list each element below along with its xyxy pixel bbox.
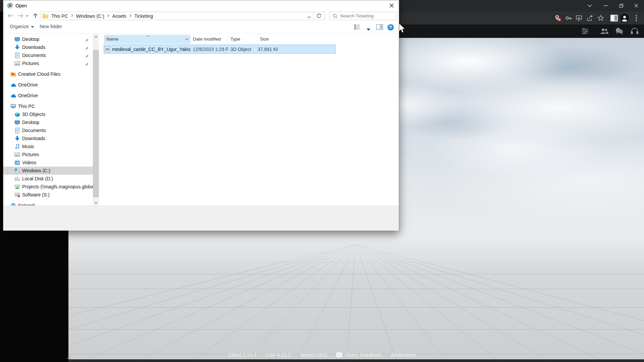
address-bar[interactable]: This PCWindows (C:)AssetsTicketing: [40, 12, 313, 20]
sidebar-item-creative-cloud-files[interactable]: Creative Cloud Files: [3, 70, 93, 78]
pictures-icon: [14, 152, 20, 158]
headset-icon[interactable]: [630, 27, 639, 35]
sidebar-item-downloads[interactable]: Downloads: [3, 134, 93, 142]
breadcrumb-item[interactable]: This PC: [49, 13, 70, 19]
name-filter-chevron[interactable]: [185, 38, 189, 40]
sidebar-item-desktop[interactable]: Desktop: [3, 35, 93, 43]
side-panel-icon[interactable]: [610, 14, 619, 22]
scroll-up-icon[interactable]: [93, 34, 99, 40]
sidebar-item-label: Documents: [22, 126, 46, 134]
breadcrumb-separator-icon: [107, 14, 110, 18]
onedrive-icon: [10, 82, 16, 88]
dialog-close-button[interactable]: [384, 0, 399, 10]
mouse-cursor: [399, 23, 406, 34]
location-blocked-icon[interactable]: [553, 14, 562, 22]
share-icon[interactable]: [586, 14, 594, 22]
sidebar-scrollbar[interactable]: [93, 34, 99, 205]
window-close-button[interactable]: [629, 0, 644, 11]
column-header-name[interactable]: Name: [104, 35, 191, 44]
help-button[interactable]: ?: [387, 24, 394, 31]
status-item-share-feedback[interactable]: Share Feedback: [336, 352, 382, 358]
sidebar-item-documents[interactable]: Documents: [3, 51, 93, 59]
status-label: Share Feedback: [345, 352, 382, 358]
objects-3d-icon: [14, 112, 20, 117]
sidebar-item-label: Network: [18, 201, 35, 205]
breadcrumb: This PCWindows (C:)AssetsTicketing: [49, 13, 155, 19]
up-button[interactable]: [31, 12, 40, 20]
sidebar-item-label: Projects (\\magfs.magnopus.global) (P:: [22, 183, 93, 191]
refresh-button[interactable]: [313, 12, 325, 20]
sidebar-item-onedrive[interactable]: OneDrive: [3, 81, 93, 89]
file-size: 37,891 KB: [258, 47, 278, 52]
sidebar-item-documents[interactable]: Documents: [3, 126, 93, 134]
scrollbar-thumb[interactable]: [93, 50, 99, 197]
window-chevron-down-icon[interactable]: [582, 0, 597, 11]
key-icon[interactable]: [564, 14, 573, 22]
breadcrumb-item[interactable]: Windows (C:): [74, 13, 107, 19]
view-list-icon[interactable]: [354, 24, 360, 32]
3d-object-file-icon: [105, 46, 110, 52]
file-date: 12/6/2023 1:29 PM: [191, 47, 228, 52]
column-header-date[interactable]: Date modified: [191, 35, 228, 44]
sidebar-item-projects-magfs-magnopus-global-p[interactable]: Projects (\\magfs.magnopus.global) (P:: [3, 183, 93, 191]
back-button[interactable]: [6, 12, 15, 20]
chat-icon[interactable]: [615, 27, 625, 35]
open-file-dialog: Open This PCWindows (C:)AssetsTic: [3, 0, 399, 231]
status-item-csp-4-15-2: CSP 4.15.2: [265, 352, 291, 358]
sidebar-item-pictures[interactable]: Pictures: [3, 150, 93, 159]
window-minimize-button[interactable]: [598, 0, 613, 11]
search-icon: [333, 14, 337, 18]
sidebar-item-downloads[interactable]: Downloads: [3, 43, 93, 51]
status-label: CSP 4.15.2: [265, 352, 291, 358]
sidebar-item-windows-c[interactable]: Windows (C:): [3, 167, 93, 175]
sidebar-item-pictures[interactable]: Pictures: [3, 59, 93, 67]
avatar[interactable]: [620, 14, 629, 22]
file-type: 3D Object: [228, 47, 258, 52]
sidebar-item-label: Pictures: [22, 150, 39, 159]
search-input[interactable]: Search Ticketing: [329, 12, 396, 20]
sidebar-item-label: Windows (C:): [22, 167, 50, 175]
file-row[interactable]: medieval_castle_CC_BY_Ugur_Yakisik_Sketc…: [104, 45, 335, 53]
column-header-type[interactable]: Type: [228, 35, 258, 44]
scroll-down-icon[interactable]: [93, 200, 99, 205]
install-icon[interactable]: [575, 14, 583, 22]
address-dropdown-chevron[interactable]: [307, 14, 311, 20]
music-icon: [14, 144, 20, 149]
views-chevron-icon[interactable]: [367, 26, 370, 32]
forward-button[interactable]: [16, 12, 25, 20]
horizon-fog: [68, 231, 644, 271]
sidebar-item-label: Desktop: [22, 35, 39, 43]
sidebar-item-this-pc[interactable]: This PC: [3, 102, 93, 110]
sidebar-item-videos[interactable]: Videos: [3, 159, 93, 167]
bookmark-star-icon[interactable]: [596, 14, 605, 22]
recent-locations-chevron[interactable]: [24, 12, 30, 20]
dialog-toolbar: Organize New folder: [3, 20, 399, 34]
sidebar-item-music[interactable]: Music: [3, 142, 93, 150]
file-name: medieval_castle_CC_BY_Ugur_Yakisik_Sketc…: [112, 47, 191, 52]
pin-icon: [85, 53, 89, 59]
sidebar-item-software-s[interactable]: Software (S:): [3, 191, 93, 199]
sidebar-item-desktop[interactable]: Desktop: [3, 118, 93, 126]
preview-pane-icon[interactable]: [376, 24, 383, 31]
sidebar-item-local-disk-d[interactable]: Local Disk (D:): [3, 175, 93, 183]
sidebar-item-network[interactable]: Network: [3, 201, 93, 205]
sidebar-item-onedrive[interactable]: OneDrive: [3, 92, 93, 100]
sidebar-item-label: Downloads: [22, 43, 45, 51]
organize-menu[interactable]: Organize: [10, 24, 34, 29]
sidebar-item-label: Documents: [22, 51, 46, 59]
breadcrumb-item[interactable]: Assets: [110, 13, 129, 19]
breadcrumb-item[interactable]: Ticketing: [132, 13, 156, 19]
column-header-size[interactable]: Size: [258, 35, 335, 44]
browser-menu-dots-icon[interactable]: [632, 14, 641, 22]
status-item-attributions[interactable]: Attributions: [390, 352, 416, 358]
window-restore-button[interactable]: [613, 0, 629, 11]
this-pc-icon: [10, 104, 16, 109]
sidebar-item-3d-objects[interactable]: 3D Objects: [3, 110, 93, 118]
status-item-tenant-oko: Tenant OKO: [300, 352, 328, 358]
filters-icon[interactable]: [580, 27, 590, 35]
sidebar-item-label: Pictures: [22, 59, 39, 67]
sidebar-item-label: This PC: [18, 102, 35, 110]
panel-resize-grip[interactable]: [66, 354, 71, 359]
new-folder-button[interactable]: New folder: [40, 24, 62, 29]
people-icon[interactable]: [600, 27, 609, 35]
